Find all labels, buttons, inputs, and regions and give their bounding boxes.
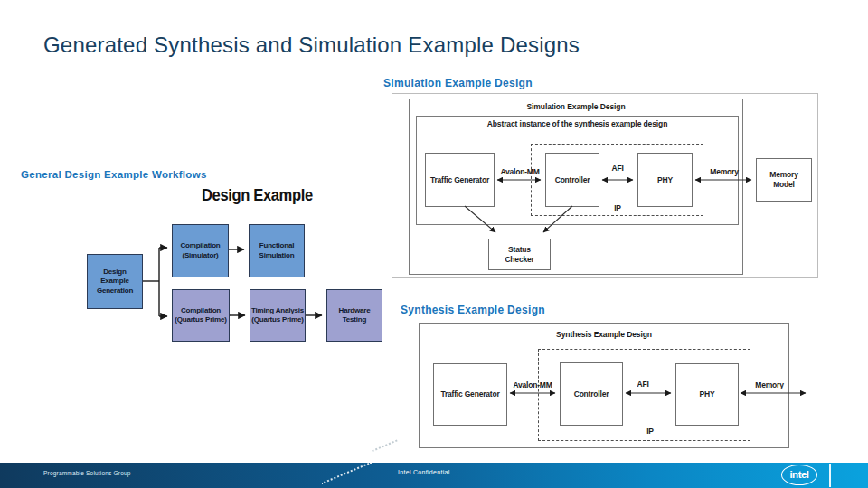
simulation-afi-label: AFI bbox=[604, 164, 631, 173]
synthesis-phy: PHY bbox=[675, 363, 739, 426]
footer-confidential-label: Intel Confidential bbox=[398, 469, 450, 475]
footer-group-label: Programmable Solutions Group bbox=[43, 470, 131, 476]
simulation-heading: Simulation Example Design bbox=[383, 77, 533, 89]
footer-dotted-accent-upper bbox=[372, 439, 397, 452]
simulation-abstract-box-title: Abstract instance of the synthesis examp… bbox=[417, 119, 738, 128]
simulation-figure: Simulation Example Design Abstract insta… bbox=[392, 93, 818, 278]
node-timing-analysis: Timing Analysis (Quartus Prime) bbox=[250, 289, 306, 342]
simulation-memory-model: Memory Model bbox=[756, 158, 812, 202]
workflows-heading: General Design Example Workflows bbox=[21, 169, 207, 180]
simulation-ip-label: IP bbox=[609, 203, 626, 212]
simulation-traffic-generator: Traffic Generator bbox=[425, 153, 495, 207]
simulation-controller: Controller bbox=[545, 153, 599, 207]
synthesis-traffic-generator: Traffic Generator bbox=[433, 363, 507, 426]
node-design-example-generation: Design Example Generation bbox=[87, 254, 143, 309]
synthesis-afi-label: AFI bbox=[629, 380, 656, 389]
synthesis-heading: Synthesis Example Design bbox=[401, 304, 545, 316]
synthesis-memory-label: Memory bbox=[750, 380, 788, 389]
node-functional-simulation: Functional Simulation bbox=[249, 224, 305, 277]
intel-logo: intel bbox=[781, 465, 817, 485]
simulation-outer-box-title: Simulation Example Design bbox=[410, 102, 742, 111]
footer-divider-line bbox=[829, 464, 831, 487]
simulation-phy: PHY bbox=[637, 153, 693, 207]
slide-title: Generated Synthesis and Simulation Examp… bbox=[43, 33, 580, 58]
synthesis-controller: Controller bbox=[560, 362, 623, 426]
node-compilation-quartus: Compilation (Quartus Prime) bbox=[172, 289, 230, 342]
node-compilation-simulator: Compilation (Simulator) bbox=[172, 224, 229, 277]
workflows-diagram-title: Design Example bbox=[202, 186, 313, 205]
footer-dotted-accent-lower bbox=[321, 462, 372, 484]
synthesis-figure: Synthesis Example Design Traffic Generat… bbox=[419, 323, 789, 448]
simulation-memory-label: Memory bbox=[705, 167, 743, 176]
synthesis-avalon-label: Avalon-MM bbox=[508, 380, 557, 389]
node-hardware-testing: Hardware Testing bbox=[326, 289, 382, 342]
simulation-avalon-label: Avalon-MM bbox=[494, 167, 546, 176]
intel-logo-text: intel bbox=[789, 469, 808, 480]
footer-bar: Programmable Solutions Group Intel Confi… bbox=[0, 463, 868, 488]
slide: Generated Synthesis and Simulation Examp… bbox=[0, 0, 868, 488]
simulation-status-checker: Status Checker bbox=[488, 239, 551, 270]
synthesis-ip-label: IP bbox=[642, 427, 658, 436]
synthesis-outer-box-title: Synthesis Example Design bbox=[420, 330, 788, 339]
